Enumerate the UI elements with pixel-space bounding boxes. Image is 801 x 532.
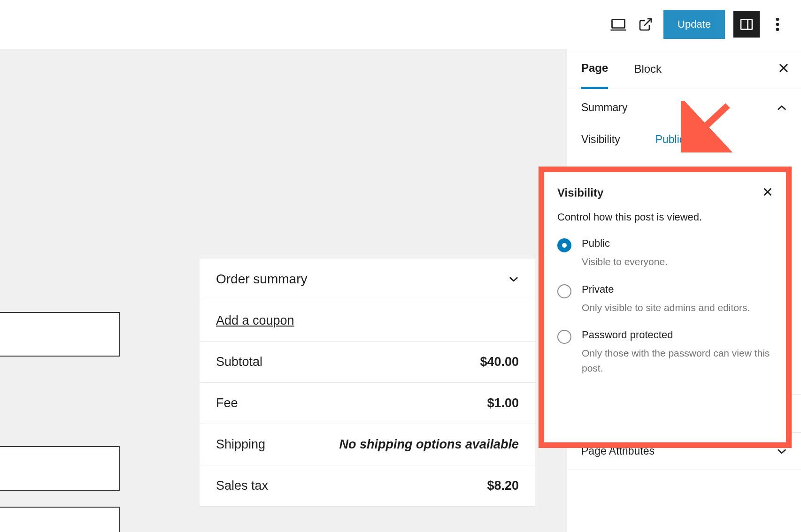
subtotal-value: $40.00 [480,355,519,369]
order-summary-header[interactable]: Order summary [200,258,535,300]
svg-line-2 [644,19,651,26]
option-desc: Visible to everyone. [582,254,668,269]
visibility-value-link[interactable]: Public [655,133,685,146]
order-summary-title: Order summary [216,272,307,287]
fee-label: Fee [216,396,238,410]
fee-row: Fee $1.00 [200,383,535,424]
sidebar-tabs: Page Block [567,49,801,89]
popover-description: Control how this post is viewed. [557,211,773,223]
option-label: Private [582,283,750,296]
tax-label: Sales tax [216,479,268,493]
option-label: Password protected [582,329,773,341]
close-popover-icon[interactable] [762,187,773,199]
shipping-label: Shipping [216,437,265,452]
svg-point-5 [776,18,779,21]
form-field[interactable] [0,507,120,532]
device-preview-icon[interactable] [609,15,628,34]
svg-point-7 [776,28,779,31]
tab-page[interactable]: Page [581,49,608,89]
option-desc: Only visible to site admins and editors. [582,300,750,315]
visibility-row: Visibility Public [567,126,801,160]
editor-canvas: Order summary Add a coupon Subtotal $40.… [0,49,567,532]
form-field[interactable] [0,312,120,357]
svg-rect-3 [741,19,752,29]
visibility-option-public[interactable]: Public Visible to everyone. [557,237,773,269]
shipping-row: Shipping No shipping options available [200,424,535,465]
editor-toolbar: Update [0,0,801,49]
add-coupon-link[interactable]: Add a coupon [216,313,294,328]
subtotal-label: Subtotal [216,355,262,369]
update-button[interactable]: Update [663,10,725,39]
radio-selected-icon [557,238,571,252]
visibility-option-private[interactable]: Private Only visible to site admins and … [557,283,773,315]
close-sidebar-icon[interactable] [778,62,789,76]
option-desc: Only those with the password can view th… [582,346,773,375]
svg-rect-0 [612,20,625,28]
visibility-popover: Visibility Control how this post is view… [539,167,792,448]
summary-panel-header[interactable]: Summary [567,89,801,126]
subtotal-row: Subtotal $40.00 [200,342,535,383]
visibility-option-password[interactable]: Password protected Only those with the p… [557,329,773,375]
tax-value: $8.20 [487,479,519,493]
more-options-icon[interactable] [768,11,787,38]
tax-row: Sales tax $8.20 [200,465,535,507]
external-link-icon[interactable] [636,15,655,34]
option-label: Public [582,237,668,250]
summary-title: Summary [581,101,627,114]
svg-point-6 [776,23,779,26]
visibility-label: Visibility [581,133,620,146]
chevron-up-icon [777,101,787,114]
popover-title: Visibility [557,186,603,199]
form-field[interactable] [0,446,120,491]
order-summary-block: Order summary Add a coupon Subtotal $40.… [200,258,535,507]
fee-value: $1.00 [487,396,519,410]
settings-sidebar-toggle[interactable] [733,11,760,38]
coupon-row: Add a coupon [200,300,535,342]
chevron-down-icon[interactable] [508,274,519,285]
radio-unselected-icon [557,330,571,344]
shipping-value: No shipping options available [339,437,519,452]
tab-block[interactable]: Block [634,49,662,89]
radio-unselected-icon [557,284,571,298]
